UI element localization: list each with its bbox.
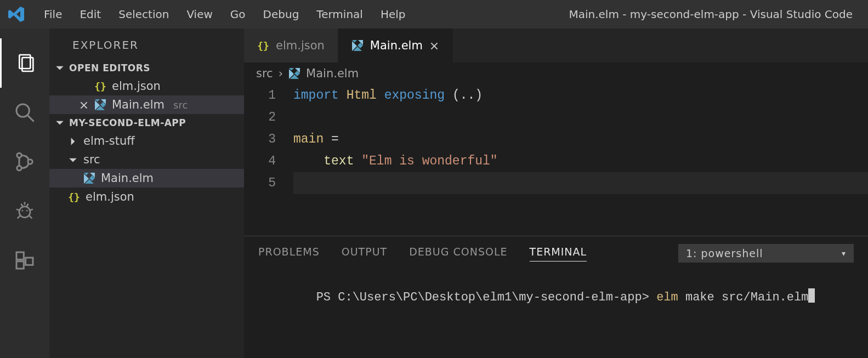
gutter: 12345	[244, 84, 293, 236]
tree-folder[interactable]: elm-stuff	[49, 132, 244, 150]
chevron-down-icon	[68, 155, 78, 164]
chevron-down-icon: ▾	[842, 249, 846, 258]
debug-icon[interactable]	[0, 186, 49, 236]
search-icon[interactable]	[0, 88, 49, 137]
vscode-logo-icon	[8, 5, 25, 23]
menu-edit[interactable]: Edit	[71, 5, 110, 23]
editor-tab[interactable]: elm.json	[244, 29, 338, 62]
editor-area: elm.jsonMain.elm src›Main.elm 12345 impo…	[244, 29, 868, 358]
svg-point-6	[28, 160, 32, 164]
panel-tab-debug-console[interactable]: DEBUG CONSOLE	[409, 246, 507, 261]
menu-help[interactable]: Help	[372, 5, 415, 23]
close-icon[interactable]	[429, 41, 439, 50]
chevron-down-icon	[55, 63, 65, 73]
elm-file-icon	[288, 67, 300, 79]
chevron-down-icon	[55, 118, 65, 128]
titlebar: FileEditSelectionViewGoDebugTerminalHelp…	[0, 0, 868, 29]
workspace-header[interactable]: MY-SECOND-ELM-APP	[49, 114, 244, 132]
menu-selection[interactable]: Selection	[110, 5, 178, 23]
svg-point-7	[19, 207, 30, 218]
panel-tabs: PROBLEMSOUTPUTDEBUG CONSOLETERMINAL 1: p…	[244, 236, 868, 268]
svg-rect-17	[16, 252, 24, 259]
tree-folder[interactable]: src	[49, 150, 244, 169]
elm-file-icon	[83, 172, 95, 184]
tree-file-name: Main.elm	[101, 172, 154, 185]
svg-rect-19	[26, 258, 33, 265]
open-editor-item[interactable]: Main.elmsrc	[49, 95, 244, 114]
tree-file[interactable]: Main.elm	[49, 169, 244, 187]
extensions-icon[interactable]	[0, 236, 49, 285]
svg-line-10	[29, 215, 32, 218]
open-editor-item[interactable]: elm.json	[49, 77, 244, 95]
panel-tab-terminal[interactable]: TERMINAL	[530, 246, 587, 262]
window-title: Main.elm - my-second-elm-app - Visual St…	[569, 8, 863, 21]
terminal-cmd-highlight: elm	[656, 291, 678, 304]
tree-file-name: elm.json	[86, 190, 134, 203]
svg-line-15	[22, 210, 23, 211]
svg-line-9	[18, 215, 20, 218]
terminal-prompt: PS C:\Users\PC\Desktop\elm1\my-second-el…	[316, 291, 657, 304]
open-editor-path: src	[173, 99, 188, 111]
svg-point-5	[17, 166, 21, 171]
svg-line-3	[27, 115, 34, 122]
elm-file-icon	[351, 39, 364, 52]
chevron-right-icon	[68, 136, 78, 146]
explorer-icon[interactable]	[0, 38, 49, 88]
activity-bar	[0, 29, 49, 358]
editor-tab[interactable]: Main.elm	[338, 29, 453, 62]
code-editor[interactable]: 12345 import Html exposing (..)main = te…	[244, 84, 868, 236]
open-editors-label: OPEN EDITORS	[69, 62, 150, 73]
json-file-icon	[68, 191, 80, 203]
svg-point-4	[17, 153, 21, 157]
bottom-panel: PROBLEMSOUTPUTDEBUG CONSOLETERMINAL 1: p…	[244, 236, 868, 358]
menu-terminal[interactable]: Terminal	[308, 5, 372, 23]
svg-line-14	[26, 204, 28, 207]
editor-tab-label: Main.elm	[370, 39, 423, 52]
svg-line-16	[26, 210, 27, 211]
terminal-cursor	[808, 288, 815, 303]
svg-rect-18	[16, 262, 24, 269]
close-icon[interactable]	[79, 100, 89, 110]
tree-folder-name: elm-stuff	[83, 134, 135, 147]
json-file-icon	[257, 39, 269, 52]
breadcrumbs[interactable]: src›Main.elm	[244, 62, 868, 84]
editor-tab-label: elm.json	[276, 39, 325, 52]
terminal[interactable]: PS C:\Users\PC\Desktop\elm1\my-second-el…	[244, 268, 868, 358]
workspace-label: MY-SECOND-ELM-APP	[69, 117, 186, 128]
breadcrumb-segment[interactable]: Main.elm	[306, 67, 359, 80]
chevron-right-icon: ›	[279, 67, 283, 80]
svg-line-12	[30, 209, 33, 211]
menu-view[interactable]: View	[178, 5, 221, 23]
menu-file[interactable]: File	[35, 5, 71, 23]
elm-file-icon	[94, 99, 106, 111]
svg-line-13	[21, 204, 22, 207]
svg-line-11	[16, 209, 19, 211]
open-editor-filename: elm.json	[112, 79, 161, 93]
tree-folder-name: src	[83, 153, 100, 166]
json-file-icon	[94, 80, 106, 92]
panel-tab-output[interactable]: OUTPUT	[342, 246, 387, 261]
sidebar-title: EXPLORER	[49, 29, 244, 59]
breadcrumb-segment[interactable]: src	[256, 67, 273, 80]
source-control-icon[interactable]	[0, 137, 49, 186]
tree-file[interactable]: elm.json	[49, 187, 244, 206]
open-editor-filename: Main.elm	[112, 98, 164, 111]
code-text[interactable]: import Html exposing (..)main = text "El…	[293, 84, 868, 236]
tab-bar: elm.jsonMain.elm	[244, 29, 868, 62]
menu-go[interactable]: Go	[222, 5, 254, 23]
sidebar: EXPLORER OPEN EDITORS elm.jsonMain.elmsr…	[49, 29, 244, 358]
open-editors-header[interactable]: OPEN EDITORS	[49, 59, 244, 77]
svg-point-2	[16, 104, 29, 117]
terminal-selector-value[interactable]: 1: powershell	[678, 244, 854, 263]
menu-debug[interactable]: Debug	[254, 5, 308, 23]
panel-tab-problems[interactable]: PROBLEMS	[258, 246, 320, 261]
terminal-cmd-rest: make src/Main.elm	[678, 291, 809, 304]
terminal-selector[interactable]: 1: powershell ▾	[678, 244, 854, 263]
